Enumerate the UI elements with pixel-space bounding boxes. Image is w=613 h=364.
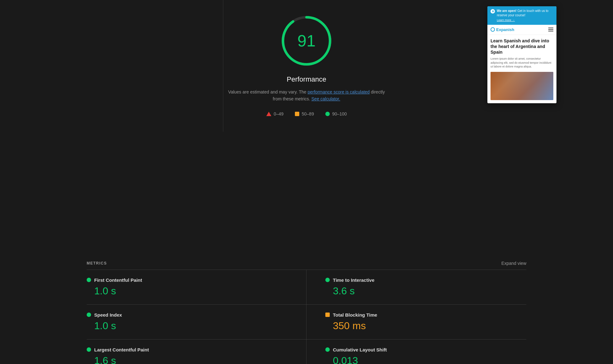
website-preview: ⚙ We are open! Get in touch with us to r… [487, 6, 556, 103]
metric-status-green-icon [325, 347, 330, 352]
metric-name: Largest Contentful Paint [94, 347, 149, 352]
metric-time-to-interactive: Time to Interactive 3.6 s [306, 270, 526, 305]
score-number: 91 [297, 31, 316, 50]
score-circle: 91 [278, 13, 335, 69]
legend-item-orange: 50–89 [295, 111, 314, 116]
metric-value: 1.0 s [87, 285, 300, 297]
metric-status-green-icon [87, 278, 91, 282]
preview-headline: Learn Spanish and dive into the heart of… [491, 38, 553, 55]
metric-speed-index: Speed Index 1.0 s [87, 305, 306, 340]
metric-value: 0.013 [325, 355, 520, 364]
metric-status-green-icon [87, 313, 91, 317]
metrics-header: METRICS Expand view [87, 261, 526, 266]
performance-score-link[interactable]: performance score is calculated [308, 89, 370, 94]
metric-cumulative-layout-shift: Cumulative Layout Shift 0.013 [306, 340, 526, 364]
vertical-divider [223, 0, 223, 132]
range-0-49: 0–49 [274, 111, 284, 116]
metric-name: Speed Index [94, 312, 122, 318]
preview-nav: Expanish [487, 25, 556, 35]
metrics-section: METRICS Expand view First Contentful Pai… [87, 261, 526, 364]
metric-name: First Contentful Paint [94, 277, 142, 283]
calculator-link[interactable]: See calculator. [312, 96, 340, 101]
metric-value: 350 ms [325, 320, 520, 332]
metric-total-blocking-time: Total Blocking Time 350 ms [306, 305, 526, 340]
legend-item-green: 90–100 [325, 111, 347, 116]
metric-status-green-icon [325, 278, 330, 282]
green-circle-icon [325, 112, 330, 116]
metrics-label: METRICS [87, 261, 107, 265]
main-container: 91 Performance Values are estimated and … [0, 0, 613, 364]
performance-description: Values are estimated and may vary. The p… [225, 88, 388, 103]
preview-logo-text: Expanish [496, 27, 514, 32]
metric-status-orange-icon [325, 313, 330, 317]
metric-first-contentful-paint: First Contentful Paint 1.0 s [87, 270, 306, 305]
metric-title-row: Time to Interactive [325, 277, 520, 283]
metric-largest-contentful-paint: Largest Contentful Paint 1.6 s [87, 340, 306, 364]
preview-content: Learn Spanish and dive into the heart of… [487, 35, 556, 103]
description-text: Values are estimated and may vary. The [228, 89, 308, 94]
metric-title-row: Largest Contentful Paint [87, 347, 300, 352]
preview-image-overlay [491, 72, 553, 100]
preview-subtext: Lorem ipsum dolor sit amet, consectetur … [491, 57, 553, 69]
banner-icon: ⚙ [491, 9, 495, 13]
hamburger-menu-icon[interactable] [548, 28, 553, 31]
orange-square-icon [295, 112, 299, 116]
preview-banner: ⚙ We are open! Get in touch with us to r… [487, 6, 556, 25]
metric-title-row: Speed Index [87, 312, 300, 318]
preview-logo: Expanish [491, 27, 514, 32]
banner-bold: We are open! [497, 9, 517, 13]
metric-value: 3.6 s [325, 285, 520, 297]
legend-item-red: 0–49 [266, 111, 284, 116]
range-90-100: 90–100 [332, 111, 347, 116]
preview-image [491, 72, 553, 100]
metric-value: 1.0 s [87, 320, 300, 332]
banner-link[interactable]: Learn more → [497, 18, 553, 22]
metric-value: 1.6 s [87, 355, 300, 364]
metric-name: Cumulative Layout Shift [333, 347, 387, 352]
metrics-grid: First Contentful Paint 1.0 s Time to Int… [87, 270, 526, 364]
metric-name: Total Blocking Time [333, 312, 377, 318]
score-legend: 0–49 50–89 90–100 [266, 111, 347, 116]
metric-title-row: First Contentful Paint [87, 277, 300, 283]
performance-section: 91 Performance Values are estimated and … [225, 13, 388, 116]
performance-title: Performance [287, 75, 326, 83]
metric-title-row: Cumulative Layout Shift [325, 347, 520, 352]
metric-title-row: Total Blocking Time [325, 312, 520, 318]
red-triangle-icon [266, 112, 271, 116]
preview-banner-text: We are open! Get in touch with us to res… [497, 9, 553, 22]
metric-name: Time to Interactive [333, 277, 374, 283]
metric-status-green-icon [87, 347, 91, 352]
expand-view-button[interactable]: Expand view [502, 261, 526, 266]
expanish-logo-icon [491, 27, 495, 32]
range-50-89: 50–89 [302, 111, 314, 116]
